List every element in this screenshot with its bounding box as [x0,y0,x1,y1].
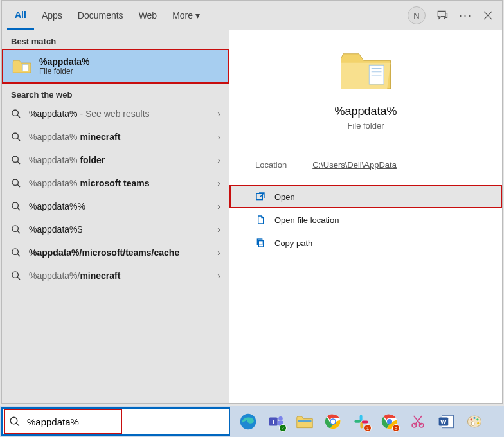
web-result[interactable]: %appdata% minecraft › [2,125,230,148]
action-open[interactable]: Open [230,185,502,208]
svg-text:T: T [271,418,275,425]
search-icon [9,416,21,427]
svg-rect-38 [354,420,361,423]
web-result[interactable]: %appdata% microsoft teams › [2,172,230,195]
tab-apps[interactable]: Apps [34,3,70,28]
section-search-web: Search the web [2,84,230,102]
search-icon [11,224,21,235]
tab-documents[interactable]: Documents [70,3,131,28]
svg-point-42 [387,419,392,424]
svg-point-17 [12,272,18,278]
taskbar-chrome-canary-icon[interactable]: 5 [377,409,402,434]
svg-line-27 [16,423,19,426]
svg-point-52 [473,417,475,419]
web-result[interactable]: %appdata%% › [2,195,230,218]
svg-line-16 [17,254,20,256]
search-icon [11,109,21,119]
taskbar-word-icon[interactable]: W [433,409,459,434]
results-list: Best match %appdata% File folder Search … [2,30,230,403]
detail-pane: %appdata% File folder Location C:\Users\… [230,30,502,403]
web-result[interactable]: %appdata%$ › [2,218,230,241]
web-result[interactable]: %appdata% folder › [2,148,230,172]
tab-more[interactable]: More ▾ [165,3,208,28]
best-match-result[interactable]: %appdata% File folder [2,49,230,84]
svg-text:W: W [440,418,447,425]
svg-point-55 [471,422,474,426]
section-best-match: Best match [2,30,230,49]
tab-web[interactable]: Web [131,3,165,28]
svg-rect-25 [258,241,263,247]
svg-point-11 [12,202,18,208]
taskbar-snip-icon[interactable] [405,409,431,434]
svg-point-54 [477,422,479,424]
svg-line-18 [17,277,20,280]
user-avatar[interactable]: N [408,6,426,24]
best-match-title: %appdata% [39,57,90,67]
taskbar-search[interactable] [1,407,230,436]
svg-point-15 [12,249,18,254]
chevron-right-icon: › [217,155,221,165]
svg-point-36 [331,420,336,424]
svg-line-8 [17,161,20,164]
svg-rect-2 [22,65,28,71]
taskbar-paint-icon[interactable] [462,409,487,434]
search-input[interactable] [27,416,222,427]
chevron-right-icon: › [217,224,221,235]
close-icon[interactable] [483,10,493,21]
web-result[interactable]: %appdata%/minecraft › [2,264,230,287]
web-result[interactable]: %appdata% - See web results › [2,102,230,125]
svg-rect-33 [298,420,312,422]
best-match-subtitle: File folder [39,67,90,76]
web-result[interactable]: %appdata%/microsoft/teams/cache › [2,241,230,264]
taskbar-explorer-icon[interactable] [292,409,318,434]
tab-all[interactable]: All [7,2,34,30]
svg-line-10 [17,184,20,187]
svg-rect-23 [256,193,262,199]
svg-line-4 [17,115,20,118]
copy-icon [255,238,266,248]
svg-line-6 [17,138,20,141]
svg-line-14 [17,231,20,233]
taskbar: T✓ 1 5 W [0,406,504,437]
svg-point-3 [12,110,18,116]
svg-point-53 [476,418,478,420]
file-location-icon [255,215,266,225]
svg-point-5 [12,133,18,139]
search-panel: All Apps Documents Web More ▾ N ··· Best… [1,0,503,404]
chevron-right-icon: › [217,271,221,281]
action-open-location[interactable]: Open file location [230,208,502,231]
svg-line-12 [17,208,20,210]
chevron-right-icon: › [217,132,221,142]
chevron-right-icon: › [217,178,221,188]
svg-rect-24 [257,239,262,245]
search-icon [11,178,21,188]
svg-rect-37 [360,415,363,421]
taskbar-teams-icon[interactable]: T✓ [264,409,289,434]
svg-point-26 [10,417,17,424]
taskbar-slack-icon[interactable]: 1 [348,409,374,434]
action-copy-path[interactable]: Copy path [230,231,502,254]
search-icon [11,271,21,281]
more-options-icon[interactable]: ··· [459,9,473,22]
location-value[interactable]: C:\Users\Dell\AppData [312,160,397,170]
chevron-down-icon: ▾ [195,10,200,21]
chevron-right-icon: › [217,201,221,211]
search-icon [11,247,21,258]
svg-rect-40 [362,420,368,423]
search-icon [11,201,21,211]
location-label: Location [255,160,287,170]
folder-large-icon [337,48,395,93]
svg-rect-39 [360,422,363,429]
chevron-right-icon: › [217,109,221,119]
search-icon [11,132,21,142]
taskbar-chrome-icon[interactable] [320,409,346,434]
svg-rect-19 [369,65,384,84]
detail-subtitle: File folder [347,121,384,130]
chevron-right-icon: › [217,247,221,258]
svg-point-9 [12,179,18,185]
folder-icon [12,58,32,75]
search-icon [11,155,21,165]
taskbar-edge-icon[interactable] [235,409,261,434]
open-icon [255,192,266,202]
feedback-icon[interactable] [436,9,449,22]
